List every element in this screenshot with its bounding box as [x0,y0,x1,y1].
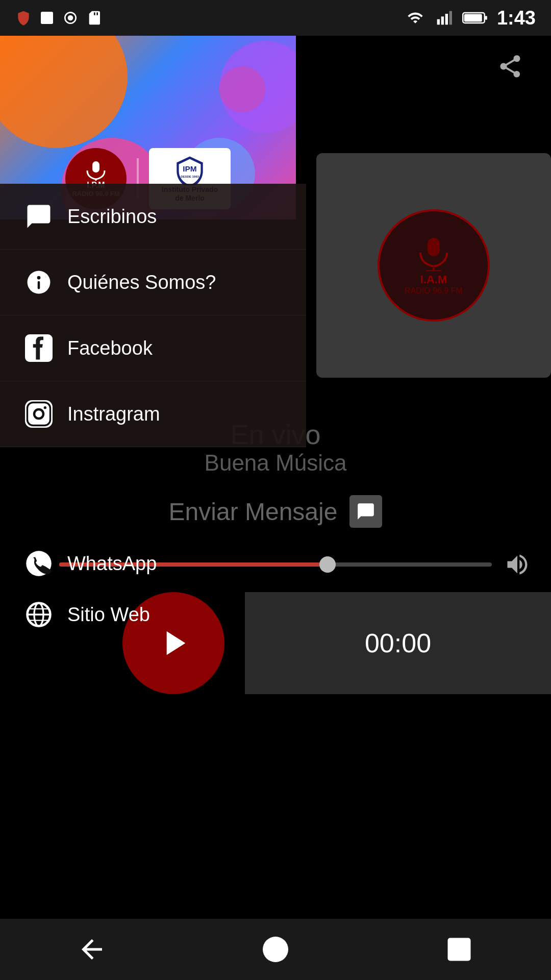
svg-rect-0 [41,12,53,24]
radio-logo-dark: I.A.M RADIO 96.9 FM [378,209,490,322]
whatsapp-label: WhatsApp [67,553,157,575]
status-bar: 1:43 [0,0,551,36]
svg-rect-20 [38,281,40,289]
whatsapp-icon-container [20,545,57,582]
blob-purple [219,41,296,133]
volume-up-icon-btn[interactable] [504,551,531,578]
instagram-icon [25,400,53,428]
wifi-icon [405,10,425,26]
svg-point-32 [263,937,288,962]
quienes-label: Quiénes Somos? [67,272,216,293]
facebook-icon [25,334,53,362]
info-icon-container [20,264,57,301]
svg-point-24 [44,406,46,409]
svg-text:DESDE 1993: DESDE 1993 [181,175,199,178]
escribinos-label: Escribinos [67,206,157,228]
svg-rect-5 [445,14,448,24]
radio-freq-dark: RADIO 96.9 FM [405,286,463,296]
menu-item-facebook[interactable]: Facebook [0,315,306,381]
tagline-text: Buena Música [205,450,347,476]
globe-icon-container [20,596,57,633]
player-thumbnail: I.A.M RADIO 96.9 FM [316,153,551,378]
instagram-label: Instragram [67,403,160,425]
sitioweb-label: Sitio Web [67,604,150,626]
recents-icon [444,934,474,965]
mic-icon-small [83,160,109,181]
sdcard-icon [86,10,102,26]
svg-rect-4 [441,16,444,24]
menu-item-instagram[interactable]: Instragram [0,381,306,447]
back-icon [77,934,107,965]
svg-rect-9 [485,16,487,20]
share-icon [497,53,523,80]
shield-icon [15,10,32,26]
svg-rect-3 [437,19,440,25]
whatsapp-icon [25,550,53,577]
battery-icon [462,10,488,26]
volume-thumb [319,556,336,573]
home-icon [260,934,291,965]
enviar-mensaje-row[interactable]: Enviar Mensaje [0,495,551,528]
dropdown-menu: Escribinos Quiénes Somos? Facebook [0,184,306,447]
circle-icon [62,10,79,26]
radio-logo-icon [413,235,454,271]
svg-rect-6 [449,11,452,25]
enviar-mensaje-text: Enviar Mensaje [169,498,338,526]
chat-icon [25,203,53,230]
svg-rect-33 [448,938,471,961]
svg-point-2 [68,15,73,21]
facebook-icon-container [20,330,57,366]
volume-high-icon [504,551,531,578]
status-icons-right: 1:43 [405,7,536,29]
blob-orange [0,36,128,148]
svg-rect-10 [92,161,99,173]
instagram-icon-container [20,396,57,432]
time-text: 00:00 [365,628,431,658]
recents-button[interactable] [434,929,485,970]
svg-point-19 [37,276,41,280]
back-button[interactable] [66,929,117,970]
svg-rect-15 [428,238,440,256]
player-thumb-inner: I.A.M RADIO 96.9 FM [316,153,551,378]
svg-rect-8 [464,14,482,22]
chat-icon-container [20,198,57,235]
menu-item-quienes[interactable]: Quiénes Somos? [0,250,306,315]
globe-icon [25,601,53,628]
svg-text:IPM: IPM [183,164,196,173]
enviar-mensaje-icon [349,495,382,528]
home-button[interactable] [250,929,301,970]
radio-name-dark: I.A.M [420,273,447,286]
info-icon [25,268,53,296]
status-time: 1:43 [497,7,536,29]
signal-icon [435,10,453,26]
menu-item-sitioweb[interactable]: Sitio Web [0,582,306,647]
share-button[interactable] [490,46,531,87]
menu-item-escribinos[interactable]: Escribinos [0,184,306,250]
facebook-label: Facebook [67,337,153,359]
ipm-shield-logo: IPM DESDE 1993 [172,155,208,185]
status-icons-left [15,10,102,26]
stop-icon [39,10,55,26]
nav-bar [0,919,551,980]
message-icon [356,502,375,521]
